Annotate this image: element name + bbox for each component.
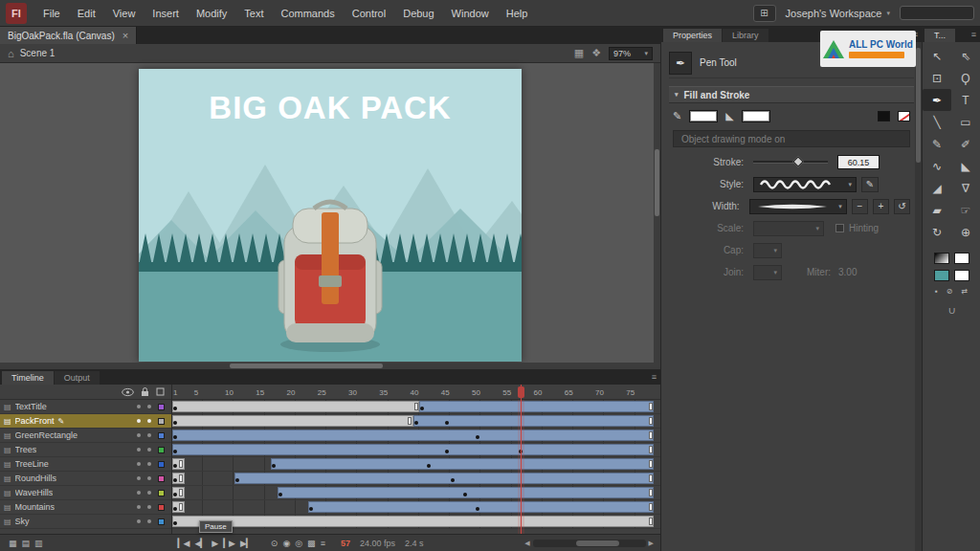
- layer-row-trees[interactable]: ▤Trees: [0, 443, 171, 457]
- scrollbar-thumb[interactable]: [230, 364, 383, 368]
- output-panel-toggle-icon[interactable]: ▤: [19, 539, 33, 548]
- frame-span[interactable]: [419, 401, 654, 412]
- keyframe-dot[interactable]: [445, 421, 449, 425]
- search-field[interactable]: [900, 6, 974, 20]
- stroke-color-swatch[interactable]: [689, 110, 718, 122]
- frame-span[interactable]: [172, 401, 419, 412]
- canvas-horizontal-scrollbar[interactable]: [0, 363, 660, 369]
- menu-modify[interactable]: Modify: [188, 4, 235, 23]
- layer-lock-dot[interactable]: [147, 419, 151, 423]
- fill-and-stroke-section-header[interactable]: ▾ Fill and Stroke: [669, 86, 914, 103]
- scrollbar-thumb[interactable]: [655, 149, 659, 216]
- cap-dropdown[interactable]: ▾: [753, 243, 782, 258]
- keyframe-dot[interactable]: [414, 421, 418, 425]
- edit-stroke-style-button[interactable]: ✎: [861, 177, 879, 192]
- tab-timeline[interactable]: Timeline: [2, 371, 54, 385]
- onion-skin-button[interactable]: ◉: [279, 539, 292, 548]
- layer-lock-dot[interactable]: [147, 491, 151, 495]
- layer-row-packfront[interactable]: ▤PackFront✎: [0, 414, 171, 429]
- zoom-tool[interactable]: ⊕: [951, 221, 980, 243]
- subselection-tool[interactable]: ⇖: [951, 45, 980, 67]
- stroke-color-chip[interactable]: [934, 253, 949, 264]
- layer-row-wavehills[interactable]: ▤WaveHills: [0, 486, 171, 500]
- step-forward-button[interactable]: ▎▶: [220, 539, 237, 548]
- layer-outline-swatch[interactable]: [158, 404, 165, 410]
- fill-color-chip[interactable]: [934, 270, 949, 281]
- timeline-horizontal-scrollbar[interactable]: ◀ ▶: [523, 540, 655, 547]
- rectangle-tool[interactable]: ▭: [951, 111, 980, 133]
- layer-lock-dot[interactable]: [147, 433, 151, 437]
- menu-help[interactable]: Help: [498, 4, 537, 23]
- frame-rate-indicator[interactable]: 24.00 fps: [360, 539, 395, 548]
- layer-visibility-dot[interactable]: [137, 405, 141, 408]
- scrollbar-thumb[interactable]: [576, 540, 619, 546]
- layer-visibility-dot[interactable]: [137, 433, 141, 437]
- layer-outline-swatch[interactable]: [158, 518, 165, 525]
- step-back-button[interactable]: ◀▎: [191, 539, 209, 548]
- stroke-size-slider[interactable]: [753, 161, 828, 164]
- paint-bucket-tool[interactable]: ◣: [951, 155, 980, 177]
- no-color-icon[interactable]: ⊘: [945, 287, 955, 296]
- document-tab[interactable]: BigOakPack.fla (Canvas) ×: [0, 27, 137, 44]
- layer-row-texttitle[interactable]: ▤TextTitle: [0, 400, 171, 414]
- frame-row-wavehills[interactable]: [172, 486, 660, 500]
- layer-lock-dot[interactable]: [147, 505, 151, 509]
- layer-outline-swatch[interactable]: [158, 475, 165, 482]
- current-frame-indicator[interactable]: 57: [341, 539, 350, 548]
- 3d-rotation-tool[interactable]: ↻: [923, 221, 951, 243]
- layer-lock-dot[interactable]: [147, 462, 151, 466]
- selection-tool[interactable]: ↖: [923, 45, 951, 67]
- layer-outline-swatch[interactable]: [158, 504, 165, 511]
- frame-span[interactable]: [234, 473, 655, 484]
- layer-visibility-dot[interactable]: [137, 419, 141, 423]
- menu-edit[interactable]: Edit: [69, 4, 104, 23]
- layer-lock-dot[interactable]: [147, 448, 151, 452]
- menu-view[interactable]: View: [104, 4, 145, 23]
- reset-width-button[interactable]: ↺: [894, 199, 910, 214]
- frame-span[interactable]: [413, 415, 655, 427]
- frame-row-packfront[interactable]: [172, 414, 660, 429]
- frame-row-roundhills[interactable]: [172, 472, 660, 486]
- tab-output[interactable]: Output: [55, 371, 100, 385]
- layer-visibility-dot[interactable]: [137, 519, 141, 523]
- tab-tools[interactable]: T...: [924, 29, 955, 42]
- brush-tool[interactable]: ✐: [951, 133, 980, 155]
- layer-lock-dot[interactable]: [147, 476, 151, 480]
- eyedropper-tool[interactable]: ∇: [951, 177, 980, 199]
- edit-scene-icon[interactable]: ▦: [574, 47, 584, 59]
- tab-library[interactable]: Library: [723, 29, 768, 42]
- no-color-button[interactable]: [898, 111, 910, 121]
- frame-row-treeline[interactable]: [172, 457, 660, 472]
- menu-insert[interactable]: Insert: [144, 4, 188, 23]
- swap-colors-icon[interactable]: ⇄: [959, 287, 969, 296]
- layer-row-greenrectangle[interactable]: ▤GreenRectangle: [0, 429, 171, 443]
- menu-text[interactable]: Text: [235, 4, 272, 23]
- keyframe-dot[interactable]: [445, 450, 449, 453]
- fill-alt-chip[interactable]: [954, 270, 969, 281]
- layer-outline-swatch[interactable]: [158, 447, 165, 453]
- frame-span[interactable]: [271, 458, 654, 470]
- close-icon[interactable]: ×: [122, 30, 128, 41]
- menu-control[interactable]: Control: [344, 4, 394, 23]
- layer-visibility-dot[interactable]: [137, 505, 141, 509]
- layer-row-roundhills[interactable]: ▤RoundHills: [0, 472, 171, 486]
- scrollbar-track[interactable]: [533, 540, 646, 547]
- frame-span[interactable]: [308, 501, 654, 513]
- onion-skin-outlines-button[interactable]: ◎: [292, 539, 304, 548]
- workspace-switcher[interactable]: Joseph's Workspace ▾: [786, 8, 890, 19]
- stage[interactable]: BIG OAK PACK: [139, 69, 522, 362]
- layer-row-mountains[interactable]: ▤Mountains: [0, 500, 171, 515]
- stroke-alt-chip[interactable]: [954, 253, 969, 264]
- ink-bottle-tool[interactable]: ◢: [923, 177, 951, 199]
- bone-tool[interactable]: ∿: [923, 155, 951, 177]
- canvas-pasteboard[interactable]: BIG OAK PACK: [0, 63, 660, 369]
- add-width-button[interactable]: +: [873, 199, 889, 214]
- canvas-vertical-scrollbar[interactable]: [654, 63, 660, 363]
- keyframe-dot[interactable]: [278, 493, 282, 496]
- scroll-left-icon[interactable]: ◀: [523, 540, 530, 547]
- keyframe-dot[interactable]: [235, 478, 239, 482]
- lock-icon[interactable]: [141, 386, 149, 397]
- hand-tool[interactable]: ☞: [951, 199, 980, 221]
- frame-span[interactable]: [172, 516, 654, 527]
- slider-thumb[interactable]: [792, 156, 803, 166]
